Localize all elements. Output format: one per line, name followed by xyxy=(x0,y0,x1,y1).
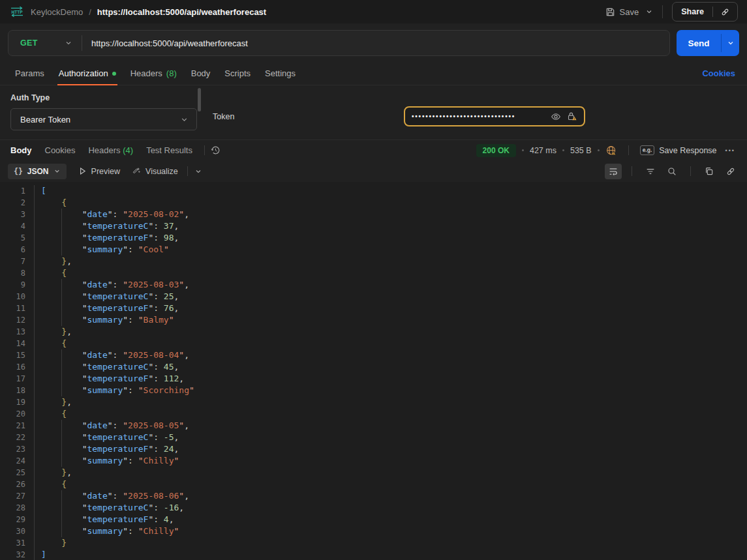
code-line: 6 "summary": "Cool" xyxy=(0,244,747,256)
line-number: 20 xyxy=(0,408,34,420)
tab-headers-label: Headers xyxy=(130,68,162,78)
line-number: 2 xyxy=(0,197,34,209)
response-tab-headers-label: Headers xyxy=(88,145,120,155)
tab-params[interactable]: Params xyxy=(8,62,52,85)
json-code: 1[2 {3 "date": "2025-08-02",4 "temperatu… xyxy=(0,185,747,560)
share-button[interactable]: Share xyxy=(673,7,712,16)
auth-panel-scrollbar[interactable] xyxy=(198,88,201,111)
tab-params-label: Params xyxy=(15,68,44,78)
tab-settings-label: Settings xyxy=(265,68,296,78)
line-number: 14 xyxy=(0,338,34,349)
tab-settings[interactable]: Settings xyxy=(258,62,303,85)
save-response-button[interactable]: e.g. Save Response xyxy=(640,145,717,155)
code-line: 20 { xyxy=(0,408,747,420)
format-select[interactable]: {} JSON xyxy=(8,164,67,179)
line-number: 25 xyxy=(0,467,34,479)
visualize-button[interactable]: Visualize xyxy=(132,167,178,176)
save-button[interactable]: Save xyxy=(605,7,639,17)
copy-icon[interactable] xyxy=(701,164,718,179)
more-options-icon[interactable]: ••• xyxy=(723,147,738,154)
line-number: 18 xyxy=(0,385,34,396)
link-icon[interactable] xyxy=(722,164,739,179)
code-content: "temperatureF": 98, xyxy=(34,232,747,244)
response-tab-test-results[interactable]: Test Results xyxy=(140,145,199,155)
format-chevron-icon xyxy=(53,168,61,175)
code-line: 25 }, xyxy=(0,467,747,479)
show-token-eye-icon[interactable] xyxy=(551,111,561,122)
visualize-options-chevron-icon[interactable] xyxy=(194,168,202,175)
code-line: 2 { xyxy=(0,197,747,209)
auth-type-select[interactable]: Bearer Token xyxy=(10,108,197,130)
line-number: 7 xyxy=(0,256,34,267)
tab-body[interactable]: Body xyxy=(184,62,218,85)
auth-type-value: Bearer Token xyxy=(20,115,70,125)
auth-select-chevron-icon xyxy=(180,115,189,124)
topbar-actions: Save Share xyxy=(605,2,738,22)
code-line: 31 } xyxy=(0,537,747,549)
tab-headers[interactable]: Headers (8) xyxy=(123,62,184,85)
search-icon[interactable] xyxy=(663,164,680,179)
token-lock-warning-icon[interactable] xyxy=(566,111,577,122)
breadcrumb-separator: / xyxy=(89,7,91,17)
code-content: "temperatureC": 45, xyxy=(34,361,747,373)
code-content: "date": "2025-08-02", xyxy=(34,209,747,220)
code-line: 14 { xyxy=(0,338,747,349)
line-number: 12 xyxy=(0,314,34,326)
line-number: 16 xyxy=(0,361,34,373)
viewer-actions-divider xyxy=(690,166,691,176)
send-options-chevron-icon[interactable] xyxy=(722,30,739,56)
topbar-divider xyxy=(662,5,663,18)
visualize-label: Visualize xyxy=(145,167,178,176)
copy-link-icon[interactable] xyxy=(713,7,737,17)
send-button[interactable]: Send xyxy=(677,30,721,56)
response-tab-headers[interactable]: Headers (4) xyxy=(82,145,140,155)
response-header-divider xyxy=(204,145,205,155)
auth-type-label: Auth Type xyxy=(10,93,197,102)
status-badge[interactable]: 200 OK xyxy=(476,144,516,157)
breadcrumb-workspace[interactable]: KeylockDemo xyxy=(31,7,83,17)
wrap-text-icon[interactable] xyxy=(605,164,622,179)
tab-scripts[interactable]: Scripts xyxy=(217,62,258,85)
code-content: "temperatureF": 24, xyxy=(34,443,747,455)
line-number: 22 xyxy=(0,432,34,443)
code-content: }, xyxy=(34,326,747,338)
svg-text:HTTP: HTTP xyxy=(12,10,23,14)
line-number: 26 xyxy=(0,479,34,490)
request-tabs: Params Authorization Headers (8) Body Sc… xyxy=(0,62,747,85)
code-line: 23 "temperatureF": 24, xyxy=(0,443,747,455)
code-line: 10 "temperatureC": 25, xyxy=(0,291,747,302)
example-icon: e.g. xyxy=(640,145,655,155)
code-line: 21 "date": "2025-08-05", xyxy=(0,420,747,432)
code-content: "summary": "Balmy" xyxy=(34,314,747,326)
preview-label: Preview xyxy=(91,167,120,176)
http-request-icon: HTTP xyxy=(9,6,25,18)
auth-type-column: Auth Type Bearer Token xyxy=(10,93,197,130)
response-body-viewer[interactable]: 1[2 {3 "date": "2025-08-02",4 "temperatu… xyxy=(0,182,747,560)
code-content: ] xyxy=(34,549,747,560)
tab-scripts-label: Scripts xyxy=(224,68,251,78)
tab-authorization[interactable]: Authorization xyxy=(52,62,123,85)
response-history-icon[interactable] xyxy=(210,145,221,156)
filter-icon[interactable] xyxy=(642,164,659,179)
line-number: 24 xyxy=(0,455,34,467)
code-content: "summary": "Cool" xyxy=(34,244,747,256)
token-input[interactable]: •••••••••••••••••••••••••••••• xyxy=(404,106,585,126)
cookies-link[interactable]: Cookies xyxy=(698,62,739,85)
send-button-group: Send xyxy=(677,30,739,56)
line-number: 8 xyxy=(0,267,34,279)
viewer-actions-divider xyxy=(632,166,632,176)
method-select[interactable]: GET xyxy=(8,38,82,48)
code-content: "summary": "Chilly" xyxy=(34,525,747,537)
response-tab-body[interactable]: Body xyxy=(9,145,38,155)
response-headers-count: (4) xyxy=(123,145,133,155)
save-options-chevron-icon[interactable] xyxy=(645,8,653,16)
line-number: 1 xyxy=(0,185,34,197)
response-tab-cookies[interactable]: Cookies xyxy=(38,145,82,155)
preview-button[interactable]: Preview xyxy=(78,167,120,176)
network-warning-globe-icon[interactable] xyxy=(605,145,617,156)
code-content: "date": "2025-08-06", xyxy=(34,490,747,502)
response-meta-divider xyxy=(628,145,629,155)
topbar: HTTP KeylockDemo / https://localhost:500… xyxy=(0,0,747,23)
url-input[interactable] xyxy=(82,38,669,48)
save-button-label: Save xyxy=(620,7,639,17)
